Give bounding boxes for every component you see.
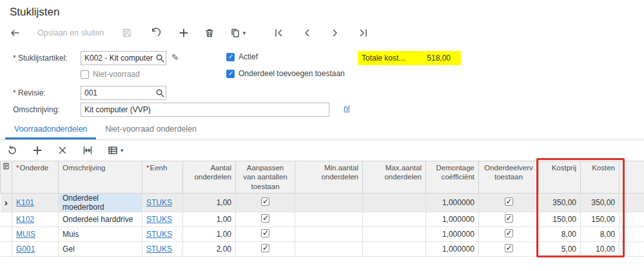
refresh-icon[interactable]	[6, 145, 18, 156]
col-header-kostprijs[interactable]: Kostprij	[539, 161, 581, 194]
cell-max-aantal[interactable]	[363, 227, 426, 242]
cell-aanpassen[interactable]	[236, 212, 295, 227]
checkbox-box[interactable]	[226, 53, 235, 61]
eenheid-link[interactable]: STUKS	[146, 245, 172, 254]
revisie-input[interactable]	[81, 86, 166, 99]
cell-aantal[interactable]: 2,00	[183, 242, 236, 257]
cell-demontage[interactable]: 1,000000	[426, 212, 479, 227]
actief-checkbox[interactable]: Actief	[226, 52, 258, 61]
export-excel-icon[interactable]: ▾	[107, 145, 124, 156]
cell-omschrijving[interactable]: Onderdeel harddrive	[59, 212, 142, 227]
lookup-icon[interactable]	[155, 88, 164, 99]
checkbox-box[interactable]	[226, 70, 235, 78]
niet-voorraad-checkbox[interactable]: Niet-voorraad	[81, 70, 140, 79]
col-header-min-aantal[interactable]: Min.aantal onderdelen	[295, 161, 363, 194]
cell-min-aantal[interactable]	[295, 194, 363, 212]
onderdeelverv-checkbox[interactable]	[505, 229, 513, 237]
cell-onderdeel[interactable]: G001	[12, 242, 59, 257]
cell-omschrijving[interactable]: Onderdeel moederbord	[59, 194, 142, 212]
edit-pencil-icon[interactable]: ✎	[171, 52, 179, 63]
col-header-aantal[interactable]: Aantal onderdelen	[183, 161, 236, 194]
onderdeel-link[interactable]: K102	[16, 215, 34, 224]
chevron-down-icon[interactable]: ▾	[121, 147, 124, 154]
aanpassen-checkbox[interactable]	[261, 244, 269, 252]
checkbox-box[interactable]	[81, 70, 89, 79]
cell-kostprijs[interactable]: 5,00	[539, 242, 581, 257]
cell-kosten[interactable]: 8,00	[581, 227, 620, 242]
tab-niet-voorraad-onderdelen[interactable]: Niet-voorraad onderdelen	[96, 121, 206, 139]
cell-eenheid[interactable]: STUKS	[142, 227, 183, 242]
previous-record-icon[interactable]	[301, 27, 313, 39]
cell-min-aantal[interactable]	[295, 227, 363, 242]
cell-onderdeel[interactable]: MUIS	[12, 227, 59, 242]
table-row[interactable]: MUIS Muis STUKS 1,00 1,000000 8,00 8,00	[1, 227, 644, 242]
omschrijving-input[interactable]	[81, 103, 329, 116]
cell-kostprijs[interactable]: 350,00	[539, 194, 581, 212]
cell-omschrijving[interactable]: Muis	[59, 227, 142, 242]
col-header-max-aantal[interactable]: Max.aantal onderdelen	[363, 161, 426, 194]
cell-eenheid[interactable]: STUKS	[142, 212, 183, 227]
table-row[interactable]: K102 Onderdeel harddrive STUKS 1,00 1,00…	[1, 212, 644, 227]
cell-onderdeel[interactable]: K101	[12, 194, 59, 212]
copy-paste-icon[interactable]: ▾	[229, 27, 246, 39]
language-link[interactable]: nl	[344, 104, 349, 113]
cell-demontage[interactable]: 1,000000	[426, 194, 479, 212]
cell-kosten[interactable]: 150,00	[581, 212, 620, 227]
cell-aanpassen[interactable]	[236, 242, 295, 257]
col-header-demontage[interactable]: Demontage coëfficiënt	[426, 161, 479, 194]
cell-demontage[interactable]: 1,000000	[426, 242, 479, 257]
aanpassen-checkbox[interactable]	[261, 214, 269, 223]
next-record-icon[interactable]	[329, 27, 341, 39]
col-header-onderdeelverv[interactable]: Onderdeelverv toestaan	[479, 161, 539, 194]
cell-onderdeel[interactable]: K102	[12, 212, 59, 227]
col-header-onderdeel[interactable]: *Onderde	[12, 161, 59, 194]
eenheid-link[interactable]: STUKS	[146, 215, 172, 224]
add-row-icon[interactable]	[32, 145, 43, 156]
cell-kostprijs[interactable]: 8,00	[539, 227, 581, 242]
table-row[interactable]: G001 Gel STUKS 2,00 1,000000 5,00 10,00	[1, 242, 644, 257]
save-and-close-button[interactable]: Opslaan en sluiten	[37, 28, 104, 37]
chevron-down-icon[interactable]: ▾	[243, 30, 246, 36]
fit-width-icon[interactable]	[82, 145, 93, 156]
onderdeelverv-checkbox[interactable]	[505, 244, 513, 252]
cell-kosten[interactable]: 350,00	[581, 194, 620, 212]
cell-eenheid[interactable]: STUKS	[142, 194, 183, 212]
cell-eenheid[interactable]: STUKS	[142, 242, 183, 257]
col-header-omschrijving[interactable]: Omschrijving	[59, 161, 142, 194]
onderdeel-toevoegen-checkbox[interactable]: Onderdeel toevoegen toestaan	[226, 69, 345, 78]
cell-aanpassen[interactable]	[236, 227, 295, 242]
aanpassen-checkbox[interactable]	[261, 197, 269, 206]
cell-onderdeelverv[interactable]	[479, 227, 539, 242]
cell-max-aantal[interactable]	[363, 194, 426, 212]
cell-omschrijving[interactable]: Gel	[59, 242, 142, 257]
cell-kosten[interactable]: 10,00	[581, 242, 620, 257]
cell-onderdeelverv[interactable]	[479, 212, 539, 227]
onderdeel-link[interactable]: G001	[16, 245, 35, 254]
eenheid-link[interactable]: STUKS	[146, 230, 172, 239]
onderdeelverv-checkbox[interactable]	[505, 197, 513, 206]
save-icon[interactable]	[121, 27, 133, 39]
lookup-icon[interactable]	[155, 54, 164, 65]
back-icon[interactable]	[9, 27, 21, 39]
cell-max-aantal[interactable]	[363, 212, 426, 227]
col-header-kosten[interactable]: Kosten	[581, 161, 620, 194]
delete-row-icon[interactable]	[57, 145, 68, 156]
add-icon[interactable]	[178, 27, 190, 39]
cell-min-aantal[interactable]	[295, 242, 363, 257]
col-header-eenheid[interactable]: *Eenh	[142, 161, 183, 194]
eenheid-link[interactable]: STUKS	[146, 198, 172, 207]
tab-voorraadonderdelen[interactable]: Voorraadonderdelen	[5, 121, 96, 139]
last-record-icon[interactable]	[358, 27, 369, 39]
first-record-icon[interactable]	[273, 27, 284, 39]
cell-aantal[interactable]: 1,00	[183, 194, 236, 212]
undo-icon[interactable]	[150, 27, 161, 39]
onderdeel-link[interactable]: K101	[16, 198, 34, 207]
cell-kostprijs[interactable]: 150,00	[539, 212, 581, 227]
cell-max-aantal[interactable]	[363, 242, 426, 257]
onderdeelverv-checkbox[interactable]	[505, 214, 513, 223]
cell-min-aantal[interactable]	[295, 212, 363, 227]
cell-aantal[interactable]: 1,00	[183, 227, 236, 242]
aanpassen-checkbox[interactable]	[261, 229, 269, 237]
cell-onderdeelverv[interactable]	[479, 242, 539, 257]
delete-icon[interactable]	[204, 27, 215, 39]
